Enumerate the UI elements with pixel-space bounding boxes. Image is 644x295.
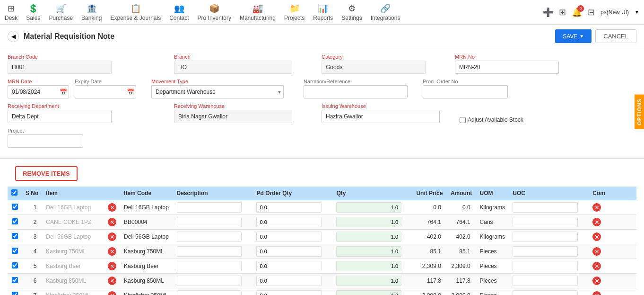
- user-dropdown-icon[interactable]: ▼: [635, 9, 639, 15]
- nav-purchase[interactable]: 🛒 Purchase: [49, 3, 73, 21]
- grid-button[interactable]: ⊞: [559, 7, 566, 18]
- nav-integrations[interactable]: 🔗 Integrations: [371, 3, 400, 21]
- row-uoc-input[interactable]: [513, 290, 578, 295]
- row-delete-button[interactable]: ✕: [108, 262, 116, 270]
- row-description-input[interactable]: [177, 232, 242, 242]
- expiry-date-calendar-icon[interactable]: 📅: [127, 89, 134, 96]
- row-delete-button[interactable]: ✕: [108, 232, 116, 241]
- page-title-row: ◀ Material Requisition Note: [8, 31, 114, 42]
- row-checkbox[interactable]: [12, 204, 18, 210]
- row-checkbox[interactable]: [12, 248, 18, 254]
- row-delete-button[interactable]: ✕: [108, 203, 116, 212]
- row-description-cell: [173, 259, 253, 274]
- category-input[interactable]: [322, 61, 426, 74]
- row-qty-cell: [332, 274, 412, 288]
- row-pd-order-qty-input[interactable]: [256, 217, 322, 227]
- row-description-input[interactable]: [177, 202, 242, 213]
- collapse-button[interactable]: ◀: [8, 31, 19, 42]
- row-checkbox[interactable]: [12, 218, 18, 224]
- row-delete-button[interactable]: ✕: [108, 277, 116, 285]
- movement-type-select[interactable]: Department Warehouse: [151, 85, 284, 98]
- row-pd-order-qty-input[interactable]: [256, 276, 322, 286]
- nav-settings[interactable]: ⚙ Settings: [341, 3, 362, 21]
- receiving-warehouse-input[interactable]: [174, 110, 292, 123]
- receiving-dept-input[interactable]: [8, 110, 112, 123]
- row-pd-order-qty-input[interactable]: [256, 261, 322, 271]
- row-checkbox-cell: [8, 274, 22, 288]
- row-pd-order-qty-input[interactable]: [256, 246, 322, 257]
- nav-sales[interactable]: 💲 Sales: [26, 3, 40, 21]
- row-delete-button[interactable]: ✕: [108, 247, 116, 256]
- receiving-dept-label: Receiving Department: [8, 103, 112, 109]
- row-qty-input[interactable]: [336, 276, 401, 286]
- form-row-4: Project: [8, 128, 636, 148]
- row-qty-input[interactable]: [336, 246, 401, 257]
- row-checkbox[interactable]: [12, 292, 18, 295]
- row-com-delete-button[interactable]: ✕: [592, 291, 601, 295]
- row-uoc-input[interactable]: [513, 202, 578, 213]
- row-pd-order-qty-input[interactable]: [256, 202, 322, 213]
- notification-area[interactable]: 🔔 0: [572, 7, 582, 18]
- row-com-delete-button[interactable]: ✕: [592, 218, 601, 226]
- branch-input[interactable]: [174, 61, 292, 74]
- project-input[interactable]: [8, 134, 83, 148]
- row-description-input[interactable]: [177, 246, 242, 257]
- save-button[interactable]: SAVE ▼: [555, 29, 592, 43]
- row-qty-input[interactable]: [336, 290, 401, 295]
- row-uoc-input[interactable]: [513, 261, 578, 271]
- form-row-3: Receiving Department Receiving Warehouse…: [8, 103, 636, 123]
- row-delete-button[interactable]: ✕: [108, 291, 116, 295]
- row-qty-input[interactable]: [336, 217, 401, 227]
- row-checkbox[interactable]: [12, 262, 18, 268]
- mrn-no-input[interactable]: [455, 61, 559, 74]
- row-uoc-input[interactable]: [513, 217, 578, 227]
- category-label: Category: [322, 54, 426, 60]
- mrn-date-calendar-icon[interactable]: 📅: [60, 89, 67, 96]
- mrn-date-input-wrapper: 📅: [8, 85, 69, 98]
- row-description-input[interactable]: [177, 290, 242, 295]
- row-com-delete-button[interactable]: ✕: [592, 203, 601, 212]
- adjust-stock-checkbox[interactable]: [460, 117, 466, 123]
- narration-input[interactable]: [304, 85, 408, 98]
- row-checkbox[interactable]: [12, 233, 18, 239]
- select-all-checkbox[interactable]: [11, 189, 17, 196]
- row-description-input[interactable]: [177, 261, 242, 271]
- row-com-delete-button[interactable]: ✕: [592, 262, 601, 270]
- row-checkbox-cell: [8, 259, 22, 274]
- nav-reports[interactable]: 📊 Reports: [313, 3, 333, 21]
- row-qty-input[interactable]: [336, 261, 401, 271]
- row-item-code: Kasburg 850ML: [120, 274, 173, 288]
- row-qty-input[interactable]: [336, 232, 401, 242]
- nav-desk-label: Desk: [5, 15, 17, 21]
- nav-expense[interactable]: 📋 Expense & Journals: [110, 3, 161, 21]
- row-pd-order-qty-input[interactable]: [256, 232, 322, 242]
- row-uoc-input[interactable]: [513, 232, 578, 242]
- nav-projects[interactable]: 📁 Projects: [284, 3, 305, 21]
- row-com-delete-button[interactable]: ✕: [592, 277, 601, 285]
- branch-code-input[interactable]: [8, 61, 112, 74]
- row-description-input[interactable]: [177, 217, 242, 227]
- row-delete-button[interactable]: ✕: [108, 218, 116, 226]
- row-checkbox[interactable]: [12, 277, 18, 283]
- remove-items-button[interactable]: REMOVE ITEMS: [15, 166, 78, 181]
- row-uoc-input[interactable]: [513, 246, 578, 257]
- row-com-delete-button[interactable]: ✕: [592, 247, 601, 256]
- nav-contact[interactable]: 👥 Contact: [169, 3, 189, 21]
- row-qty-input[interactable]: [336, 202, 401, 213]
- options-tab[interactable]: OPTIONS: [635, 95, 644, 129]
- prod-order-input[interactable]: [423, 85, 508, 98]
- nav-desk[interactable]: ⊞ Desk: [5, 3, 17, 21]
- row-description-input[interactable]: [177, 276, 242, 286]
- row-pd-order-qty-cell: [252, 230, 332, 244]
- nav-manufacturing[interactable]: 🏭 Manufacturing: [240, 3, 276, 21]
- layout-button[interactable]: ⊟: [588, 7, 595, 18]
- row-uoc-input[interactable]: [513, 276, 578, 286]
- nav-proinventory[interactable]: 📦 Pro Inventory: [198, 3, 231, 21]
- cancel-button[interactable]: CANCEL: [595, 29, 636, 43]
- add-button[interactable]: ➕: [543, 7, 553, 18]
- user-menu[interactable]: ps(New UI): [600, 9, 629, 16]
- issuing-warehouse-input[interactable]: [322, 110, 440, 123]
- row-pd-order-qty-input[interactable]: [256, 290, 322, 295]
- row-com-delete-button[interactable]: ✕: [592, 232, 601, 241]
- nav-banking[interactable]: 🏦 Banking: [81, 3, 102, 21]
